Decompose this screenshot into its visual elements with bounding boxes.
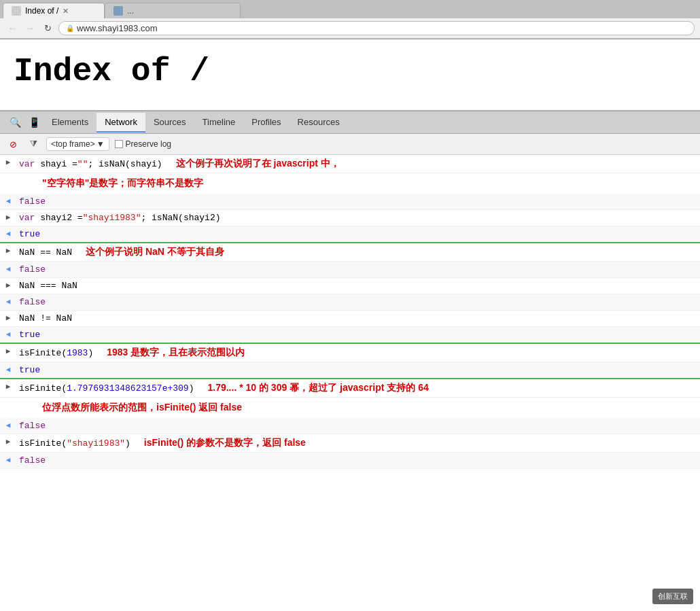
inactive-tab-label: ... <box>127 6 134 16</box>
annotation-big: 1.79.... * 10 的 309 幂，超过了 javascript 支持的… <box>207 382 428 394</box>
address-bar: ← → ↻ 🔒 www.shayi1983.com <box>0 18 700 39</box>
annotation-row: "空字符串"是数字；而字符串不是数字 <box>0 173 700 194</box>
console-row: ▶ NaN == NaN 这个例子说明 NaN 不等于其自身 <box>0 243 700 262</box>
devtools-toolbar: ⊘ ⧩ <top frame> ▼ Preserve log <box>0 134 700 155</box>
annotation-str: isFinite() 的参数不是数字，返回 false <box>144 437 306 449</box>
inactive-tab[interactable]: ... <box>105 3 241 18</box>
input-arrow-icon: ▶ <box>0 211 16 222</box>
tab-sources[interactable]: Sources <box>145 113 194 133</box>
console-output-text: false <box>16 296 700 309</box>
console-output-text: false <box>16 419 700 432</box>
output-arrow-icon: ◀ <box>0 454 16 464</box>
annotation-line2: "空字符串"是数字；而字符串不是数字 <box>35 175 210 192</box>
tab-favicon <box>12 6 21 16</box>
frame-selector[interactable]: <top frame> ▼ <box>46 137 109 151</box>
input-arrow-icon: ▶ <box>0 245 16 255</box>
console-input-text: NaN === NaN <box>16 279 700 292</box>
browser-chrome: Index of / ✕ ... ← → ↻ 🔒 www.shayi1983.c… <box>0 0 700 39</box>
output-arrow-icon: ◀ <box>0 296 16 306</box>
tab-profiles[interactable]: Profiles <box>243 113 289 133</box>
console-row: ▶ NaN === NaN <box>0 278 700 294</box>
search-icon[interactable]: 🔍 <box>5 111 24 133</box>
annotation-isfinite: 1983 是数字，且在表示范围以内 <box>107 347 245 359</box>
url-text: www.shayi1983.com <box>77 23 158 33</box>
output-arrow-icon: ◀ <box>0 263 16 273</box>
console-output-text: false <box>16 454 700 467</box>
console-row: ▶ isFinite(1983) 1983 是数字，且在表示范围以内 <box>0 344 700 362</box>
tab-bar: Index of / ✕ ... <box>0 0 700 18</box>
console-content: ▶ var shayi = ""; isNaN(shayi) 这个例子再次说明了… <box>0 155 700 469</box>
preserve-log-checkbox[interactable] <box>115 140 123 148</box>
inactive-tab-favicon <box>113 6 123 16</box>
input-arrow-icon: ▶ <box>0 156 16 167</box>
devtools-panel: 🔍 📱 Elements Network Sources Timeline Pr… <box>0 110 700 469</box>
annotation-cont-row: 位浮点数所能表示的范围，isFinite() 返回 false <box>0 398 700 418</box>
url-bar[interactable]: 🔒 www.shayi1983.com <box>58 21 695 35</box>
preserve-log-row: Preserve log <box>115 139 171 149</box>
console-output-row: ◀ true <box>0 362 700 379</box>
console-output-text: true <box>16 228 700 241</box>
console-output-row: ◀ false <box>0 294 700 311</box>
filter-button[interactable]: ⧩ <box>26 137 41 152</box>
annotation-nan: 这个例子说明 NaN 不等于其自身 <box>86 246 224 258</box>
tab-timeline[interactable]: Timeline <box>194 113 244 133</box>
output-arrow-icon: ◀ <box>0 364 16 374</box>
input-arrow-icon: ▶ <box>0 279 16 290</box>
output-arrow-icon: ◀ <box>0 419 16 430</box>
lock-icon: 🔒 <box>66 24 74 32</box>
tab-close-button[interactable]: ✕ <box>63 7 69 16</box>
console-input-text: var shayi2 = "shayi1983"; isNaN(shayi2) <box>16 211 700 224</box>
console-output-row: ◀ true <box>0 327 700 344</box>
console-output-row: ◀ false <box>0 194 700 210</box>
console-output-row: ◀ false <box>0 453 700 469</box>
console-input-text: NaN != NaN <box>16 312 700 325</box>
tab-elements[interactable]: Elements <box>43 113 97 133</box>
active-tab-label: Index of / <box>25 6 58 16</box>
console-row: ▶ NaN != NaN <box>0 311 700 327</box>
console-input-text: var shayi = ""; isNaN(shayi) 这个例子再次说明了在 … <box>16 156 700 171</box>
annotation-text: 这个例子再次说明了在 javascript 中， <box>176 158 340 170</box>
console-output-row: ◀ false <box>0 262 700 278</box>
page-title: Index of / <box>14 53 686 90</box>
output-arrow-icon: ◀ <box>0 195 16 205</box>
devtools-tabs: 🔍 📱 Elements Network Sources Timeline Pr… <box>0 111 700 134</box>
console-input-text: isFinite(1983) 1983 是数字，且在表示范围以内 <box>16 345 700 360</box>
input-arrow-icon: ▶ <box>0 312 16 322</box>
console-output-text: true <box>16 328 700 341</box>
console-input-text: isFinite(1.7976931348623157e+309) 1.79..… <box>16 381 700 396</box>
output-arrow-icon: ◀ <box>0 328 16 338</box>
console-row: ▶ isFinite(1.7976931348623157e+309) 1.79… <box>0 379 700 398</box>
console-output-text: false <box>16 263 700 276</box>
tab-network[interactable]: Network <box>97 113 145 133</box>
console-row: ▶ isFinite("shayi1983") isFinite() 的参数不是… <box>0 434 700 453</box>
console-output-row: ◀ true <box>0 226 700 243</box>
record-button[interactable]: ⊘ <box>5 137 20 152</box>
output-arrow-icon: ◀ <box>0 228 16 238</box>
input-arrow-icon: ▶ <box>0 381 16 391</box>
refresh-button[interactable]: ↻ <box>41 22 54 35</box>
mobile-icon[interactable]: 📱 <box>24 111 43 133</box>
console-row: ▶ var shayi = ""; isNaN(shayi) 这个例子再次说明了… <box>0 155 700 173</box>
preserve-log-label: Preserve log <box>126 139 171 149</box>
page-content: Index of / <box>0 39 700 110</box>
forward-button[interactable]: → <box>23 22 37 35</box>
console-output-text: true <box>16 364 700 377</box>
active-tab[interactable]: Index of / ✕ <box>3 3 105 18</box>
frame-label: <top frame> <box>51 139 95 149</box>
annotation-cont-text: 位浮点数所能表示的范围，isFinite() 返回 false <box>35 399 249 417</box>
input-arrow-icon: ▶ <box>0 345 16 355</box>
input-arrow-icon: ▶ <box>0 436 16 446</box>
back-button[interactable]: ← <box>5 22 19 35</box>
console-row: ▶ var shayi2 = "shayi1983"; isNaN(shayi2… <box>0 210 700 226</box>
console-output-row: ◀ false <box>0 418 700 434</box>
frame-dropdown-icon: ▼ <box>97 139 105 149</box>
tab-resources[interactable]: Resources <box>290 113 348 133</box>
console-input-text: NaN == NaN 这个例子说明 NaN 不等于其自身 <box>16 245 700 260</box>
console-input-text: isFinite("shayi1983") isFinite() 的参数不是数字… <box>16 436 700 451</box>
console-output-text: false <box>16 195 700 208</box>
